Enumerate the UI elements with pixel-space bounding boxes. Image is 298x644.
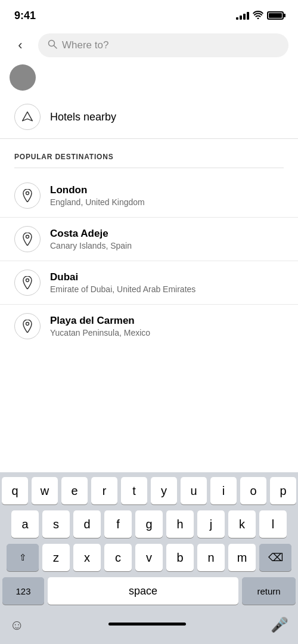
key-h[interactable]: h bbox=[166, 510, 194, 538]
shift-key[interactable]: ⇧ bbox=[7, 544, 39, 571]
search-bar[interactable]: Where to? bbox=[38, 33, 288, 57]
signal-icon bbox=[236, 11, 249, 20]
svg-point-4 bbox=[26, 236, 29, 239]
pin-icon-circle bbox=[14, 313, 41, 339]
destination-subtitle: Canary Islands, Spain bbox=[50, 241, 132, 250]
pin-icon-circle bbox=[14, 182, 41, 209]
keyboard-row-1: qwertyuiop bbox=[2, 477, 296, 504]
keyboard-bottom-keys: 123 space return bbox=[2, 577, 296, 605]
destination-name: Playa del Carmen bbox=[50, 315, 150, 327]
key-f[interactable]: f bbox=[104, 510, 132, 538]
hotels-nearby-label: Hotels nearby bbox=[50, 111, 116, 123]
back-button[interactable]: ‹ bbox=[10, 35, 31, 56]
popular-destinations-header: POPULAR DESTINATIONS bbox=[0, 139, 298, 174]
key-x[interactable]: x bbox=[73, 544, 101, 571]
space-key[interactable]: space bbox=[48, 577, 238, 605]
key-w[interactable]: w bbox=[32, 477, 58, 504]
destination-subtitle: Emirate of Dubai, United Arab Emirates bbox=[50, 284, 195, 294]
key-t[interactable]: t bbox=[121, 477, 147, 504]
destination-text: London England, United Kingdom bbox=[50, 184, 145, 207]
pin-icon bbox=[22, 189, 33, 202]
destination-subtitle: Yucatan Peninsula, Mexico bbox=[50, 328, 150, 338]
key-e[interactable]: e bbox=[61, 477, 88, 504]
status-bar: 9:41 bbox=[0, 0, 298, 29]
key-s[interactable]: s bbox=[42, 510, 70, 538]
destination-name: Costa Adeje bbox=[50, 228, 132, 240]
pin-icon-circle bbox=[14, 226, 41, 252]
destination-name: London bbox=[50, 184, 145, 196]
key-j[interactable]: j bbox=[197, 510, 225, 538]
section-title: POPULAR DESTINATIONS bbox=[14, 153, 113, 161]
key-a[interactable]: a bbox=[11, 510, 39, 538]
key-z[interactable]: z bbox=[42, 544, 70, 571]
svg-point-3 bbox=[26, 192, 29, 195]
keyboard-accessory-row: ☺ 🎤 bbox=[2, 611, 296, 642]
key-q[interactable]: q bbox=[2, 477, 28, 504]
back-arrow-icon: ‹ bbox=[18, 39, 22, 52]
navigation-icon bbox=[21, 111, 33, 123]
key-c[interactable]: c bbox=[104, 544, 132, 571]
destination-item[interactable]: Playa del Carmen Yucatan Peninsula, Mexi… bbox=[0, 305, 298, 348]
svg-line-1 bbox=[54, 46, 57, 49]
pin-icon bbox=[22, 320, 33, 333]
status-icons bbox=[236, 11, 284, 21]
hotels-nearby-item[interactable]: Hotels nearby bbox=[0, 95, 298, 138]
destination-text: Playa del Carmen Yucatan Peninsula, Mexi… bbox=[50, 315, 150, 338]
svg-marker-2 bbox=[23, 112, 33, 121]
svg-point-6 bbox=[26, 323, 29, 326]
delete-key[interactable]: ⌫ bbox=[259, 544, 291, 571]
key-b[interactable]: b bbox=[166, 544, 194, 571]
battery-icon bbox=[267, 11, 284, 20]
section-divider bbox=[14, 168, 284, 168]
pin-icon bbox=[22, 233, 33, 246]
key-p[interactable]: p bbox=[270, 477, 296, 504]
key-v[interactable]: v bbox=[135, 544, 163, 571]
wifi-icon bbox=[253, 11, 263, 21]
keyboard-row-3: ⇧ zxcvbnm ⌫ bbox=[2, 544, 296, 571]
pin-icon-circle bbox=[14, 270, 41, 296]
key-g[interactable]: g bbox=[135, 510, 163, 538]
key-i[interactable]: i bbox=[210, 477, 237, 504]
status-time: 9:41 bbox=[14, 10, 36, 22]
home-indicator bbox=[108, 623, 186, 626]
mic-icon[interactable]: 🎤 bbox=[271, 617, 288, 633]
key-u[interactable]: u bbox=[181, 477, 207, 504]
emoji-icon[interactable]: ☺ bbox=[10, 617, 24, 633]
destination-subtitle: England, United Kingdom bbox=[50, 197, 145, 207]
key-o[interactable]: o bbox=[240, 477, 266, 504]
keyboard[interactable]: qwertyuiop asdfghjkl ⇧ zxcvbnm ⌫ 123 spa… bbox=[0, 472, 298, 644]
pin-icon bbox=[22, 276, 33, 289]
destination-item[interactable]: London England, United Kingdom bbox=[0, 174, 298, 218]
key-n[interactable]: n bbox=[197, 544, 225, 571]
key-d[interactable]: d bbox=[73, 510, 101, 538]
destination-item[interactable]: Dubai Emirate of Dubai, United Arab Emir… bbox=[0, 261, 298, 305]
keyboard-row-2: asdfghjkl bbox=[2, 510, 296, 538]
numbers-key[interactable]: 123 bbox=[2, 577, 44, 605]
key-l[interactable]: l bbox=[259, 510, 287, 538]
key-r[interactable]: r bbox=[91, 477, 117, 504]
nearby-icon-circle bbox=[14, 104, 41, 130]
search-header: ‹ Where to? bbox=[0, 29, 298, 64]
destination-name: Dubai bbox=[50, 271, 195, 283]
key-m[interactable]: m bbox=[228, 544, 256, 571]
return-key[interactable]: return bbox=[242, 577, 296, 605]
profile-circle bbox=[10, 64, 36, 91]
key-y[interactable]: y bbox=[151, 477, 177, 504]
destinations-list: London England, United Kingdom Costa Ade… bbox=[0, 174, 298, 348]
key-k[interactable]: k bbox=[228, 510, 256, 538]
destination-text: Dubai Emirate of Dubai, United Arab Emir… bbox=[50, 271, 195, 294]
destination-text: Costa Adeje Canary Islands, Spain bbox=[50, 228, 132, 250]
search-placeholder: Where to? bbox=[62, 39, 108, 51]
destination-item[interactable]: Costa Adeje Canary Islands, Spain bbox=[0, 218, 298, 261]
svg-point-5 bbox=[26, 279, 29, 282]
search-icon bbox=[48, 39, 57, 51]
